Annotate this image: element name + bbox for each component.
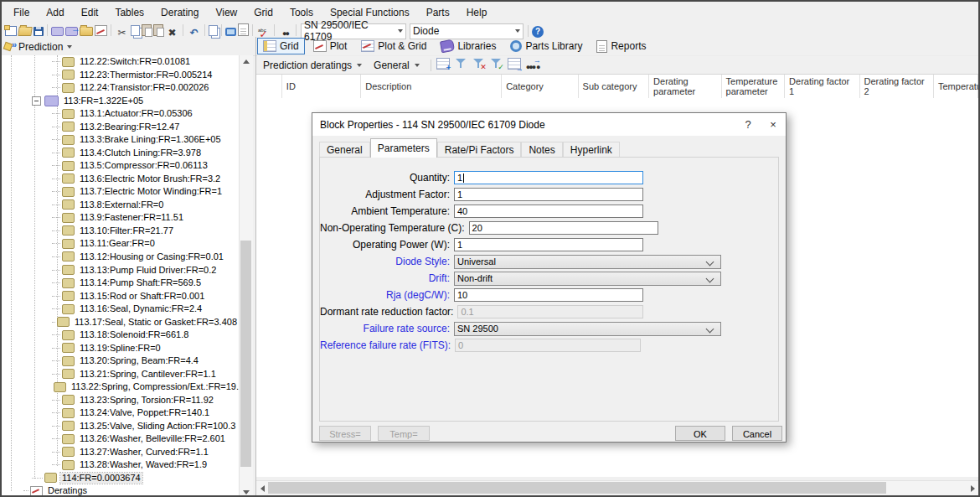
ambient-temperature-field[interactable]: 40 bbox=[454, 204, 643, 218]
tree-item[interactable]: 113.9:Fastener:FR=11.51 bbox=[2, 211, 239, 225]
dialog-help-button[interactable]: ? bbox=[735, 113, 761, 136]
tab-rate-pi-factors[interactable]: Rate/Pi Factors bbox=[437, 142, 522, 158]
paste-special-icon[interactable] bbox=[153, 24, 163, 36]
tree-item[interactable]: 113:FR=1.322E+05 bbox=[2, 95, 239, 108]
tree-item[interactable]: 113.18:Solenoid:FR=661.8 bbox=[2, 329, 239, 342]
tree-item[interactable]: 113.26:Washer, Belleville:FR=2.601 bbox=[2, 432, 239, 446]
filter-check-icon[interactable]: ✓ bbox=[490, 57, 503, 70]
grid-view-button[interactable]: Grid bbox=[257, 38, 305, 54]
tree-item[interactable]: 113.27:Washer, Curved:FR=1.1 bbox=[2, 445, 239, 458]
tree-item[interactable]: 113.10:Filter:FR=21.77 bbox=[2, 225, 239, 238]
grid-export-icon[interactable] bbox=[508, 58, 521, 70]
tree-item[interactable]: 113.5:Compressor:FR=0.06113 bbox=[2, 159, 239, 173]
delete-icon[interactable] bbox=[165, 26, 179, 39]
copy-icon[interactable] bbox=[131, 25, 140, 36]
paste-icon[interactable] bbox=[142, 24, 152, 36]
collapse-icon[interactable] bbox=[32, 96, 41, 106]
new-icon[interactable] bbox=[5, 26, 17, 36]
folder-icon[interactable] bbox=[80, 27, 93, 36]
tree-item[interactable]: 113.21:Spring, Cantilever:FR=1.1 bbox=[2, 367, 239, 381]
grid-scrollbar-thumb[interactable] bbox=[268, 482, 886, 494]
plot-view-button[interactable]: Plot bbox=[307, 38, 353, 54]
menu-item-help[interactable]: Help bbox=[458, 3, 496, 22]
drift-select[interactable]: Non-drift bbox=[454, 272, 721, 286]
tree-item[interactable]: 113.7:Electric Motor Winding:FR=1 bbox=[2, 185, 239, 199]
column-header-sub-category[interactable]: Sub category bbox=[579, 75, 649, 98]
tree-item[interactable]: 113.11:Gear:FR=0 bbox=[2, 237, 239, 251]
tree-item[interactable]: 113.2:Bearing:FR=12.47 bbox=[2, 121, 239, 134]
tree-item[interactable]: 113.16:Seal, Dynamic:FR=2.4 bbox=[2, 303, 239, 316]
parts-library-view-button[interactable]: Parts Library bbox=[504, 38, 588, 54]
tree-item[interactable]: Deratings bbox=[2, 484, 239, 497]
column-header-derating-parameter[interactable]: Derating parameter bbox=[649, 75, 721, 98]
libraries-view-button[interactable]: Libraries bbox=[435, 38, 502, 54]
copy-grid-icon[interactable] bbox=[209, 25, 218, 36]
insert-block-icon[interactable] bbox=[65, 27, 78, 36]
filter-icon[interactable] bbox=[455, 57, 467, 70]
column-header-temperature[interactable]: Temperature bbox=[934, 75, 978, 98]
tree-scrollbar[interactable] bbox=[239, 55, 253, 497]
undo-icon[interactable] bbox=[187, 26, 201, 39]
project-toolbar[interactable]: Prediction bbox=[2, 39, 258, 56]
help-icon[interactable] bbox=[532, 26, 544, 38]
tree-item[interactable]: 113.20:Spring, Beam:FR=4.4 bbox=[2, 355, 239, 368]
tree-item[interactable]: 113.23:Spring, Torsion:FR=11.92 bbox=[2, 393, 239, 406]
column-header-derating-factor-2[interactable]: Derating factor 2 bbox=[860, 75, 934, 98]
tree-item[interactable]: 113.25:Valve, Sliding Action:FR=100.3 bbox=[2, 419, 239, 432]
menu-item-parts[interactable]: Parts bbox=[418, 3, 458, 22]
tree-scrollbar-thumb[interactable] bbox=[240, 241, 251, 467]
filter-clear-icon[interactable]: ✕ bbox=[472, 57, 485, 70]
tree-item[interactable]: 113.17:Seal, Static or Gasket:FR=3.408 bbox=[2, 315, 239, 329]
tab-hyperlink[interactable]: Hyperlink bbox=[563, 142, 620, 158]
dialog-close-button[interactable]: × bbox=[761, 113, 786, 136]
tree-item[interactable]: 113.28:Washer, Waved:FR=1.9 bbox=[2, 458, 239, 472]
grid-horizontal-scrollbar[interactable] bbox=[256, 480, 978, 495]
adjustment-factor-field[interactable]: 1 bbox=[454, 188, 643, 201]
tree-item[interactable]: 113.22:Spring, Compression/Ext.:FR=19.16 bbox=[2, 381, 239, 394]
scroll-up-icon[interactable] bbox=[240, 55, 253, 67]
tree-item[interactable]: 113.12:Housing or Casing:FR=0.01 bbox=[2, 251, 239, 264]
tree-item[interactable]: 113.8:External:FR=0 bbox=[2, 199, 239, 212]
menu-item-derating[interactable]: Derating bbox=[152, 3, 207, 22]
tree-item[interactable]: 113.1:Actuator:FR=0.05306 bbox=[2, 107, 239, 121]
cut-icon[interactable] bbox=[115, 26, 129, 39]
menu-item-file[interactable]: File bbox=[5, 3, 38, 22]
document-icon[interactable] bbox=[238, 23, 249, 36]
menu-item-edit[interactable]: Edit bbox=[73, 3, 107, 22]
quantity-field[interactable]: 1 bbox=[454, 171, 643, 184]
diode-style-select[interactable]: Universal bbox=[454, 255, 721, 269]
menu-item-grid[interactable]: Grid bbox=[245, 3, 281, 22]
menu-item-view[interactable]: View bbox=[207, 3, 245, 22]
derating-view-select[interactable]: Prediction deratings bbox=[260, 58, 365, 73]
tree-item[interactable]: 113.14:Pump Shaft:FR=569.5 bbox=[2, 277, 239, 290]
ok-button[interactable]: OK bbox=[675, 426, 725, 441]
tab-notes[interactable]: Notes bbox=[521, 142, 562, 158]
tree-item[interactable]: 113.6:Electric Motor Brush:FR=3.2 bbox=[2, 173, 239, 186]
tree-item[interactable]: 113.3:Brake Lining:FR=1.306E+05 bbox=[2, 133, 239, 147]
new-block-icon[interactable] bbox=[51, 27, 64, 36]
tree-item[interactable]: 113.24:Valve, Poppet:FR=140.1 bbox=[2, 406, 239, 420]
tree-item[interactable]: 112.24:Transistor:FR=0.002026 bbox=[2, 81, 239, 95]
tab-parameters[interactable]: Parameters bbox=[370, 138, 437, 158]
operating-power-field[interactable]: 1 bbox=[454, 238, 643, 251]
save-icon[interactable] bbox=[34, 27, 44, 36]
tree-item[interactable]: 113.4:Clutch Lining:FR=3.978 bbox=[2, 147, 239, 160]
computer-icon[interactable] bbox=[225, 28, 236, 36]
derating-scope-select[interactable]: General bbox=[370, 58, 423, 73]
column-header-derating-factor-1[interactable]: Derating factor 1 bbox=[785, 75, 859, 98]
rja-field[interactable]: 10 bbox=[454, 288, 643, 302]
menu-item-add[interactable]: Add bbox=[38, 3, 72, 22]
tree-item[interactable]: 112.22:Switch:FR=0.01081 bbox=[2, 55, 239, 69]
non-operating-temperature-field[interactable]: 20 bbox=[469, 221, 658, 235]
scroll-right-icon[interactable] bbox=[967, 481, 978, 495]
tree-item[interactable]: 114:FR=0.0003674 bbox=[2, 472, 239, 485]
scroll-left-icon[interactable] bbox=[256, 481, 268, 495]
column-header-description[interactable]: Description bbox=[361, 75, 502, 98]
column-header-id[interactable]: ID bbox=[282, 75, 361, 98]
menu-item-tables[interactable]: Tables bbox=[106, 3, 152, 22]
cancel-button[interactable]: Cancel bbox=[732, 426, 782, 441]
tree-item[interactable]: 112.23:Thermistor:FR=0.005214 bbox=[2, 69, 239, 82]
diagram-icon[interactable] bbox=[95, 25, 107, 36]
tab-general[interactable]: General bbox=[319, 142, 370, 158]
column-header-category[interactable]: Category bbox=[502, 75, 578, 98]
